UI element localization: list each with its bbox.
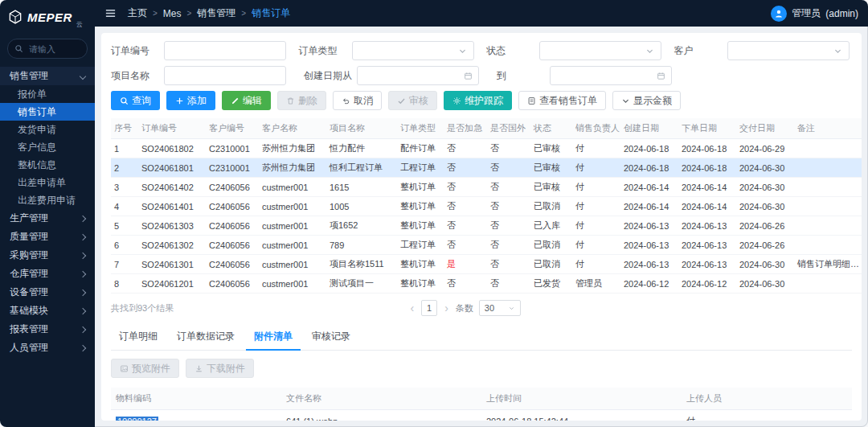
chevron-down-icon [833, 47, 842, 55]
tab[interactable]: 附件清单 [246, 324, 301, 351]
sidebar-item[interactable]: 出差费用申请 [0, 191, 95, 209]
table-cell: C2406056 [206, 274, 259, 294]
chevron-down-icon [621, 96, 630, 105]
edit-button[interactable]: 编辑 [222, 91, 271, 110]
table-cell: 苏州恒力集团 [259, 139, 326, 158]
add-button[interactable]: 添加 [166, 91, 215, 110]
filter-select[interactable] [727, 41, 850, 60]
sidebar-group[interactable]: 生产管理 [0, 209, 95, 228]
table-cell: 否 [444, 274, 487, 294]
button-label: 取消 [354, 94, 373, 108]
table-row[interactable]: 5SO24061303C2406056custmer001项1652整机订单否否… [111, 216, 862, 236]
tab[interactable]: 订单明细 [111, 324, 166, 350]
filter-select[interactable] [352, 41, 474, 60]
pagination-bar: 共找到93个结果 ‹ 1 › 条数 30 [111, 300, 852, 316]
sidebar-group[interactable]: 质量管理 [0, 228, 95, 246]
filter-date[interactable] [357, 66, 479, 85]
page-size-value: 30 [485, 303, 494, 313]
filter-label: 订单类型 [299, 44, 352, 58]
attachment-row[interactable]: 10000127641 (1).webp2024-06-18 15:42:44付 [111, 410, 852, 421]
sidebar-group[interactable]: 人员管理 [0, 339, 95, 357]
table-cell: custmer001 [259, 178, 326, 197]
sidebar-group[interactable]: 报表管理 [0, 320, 95, 339]
sidebar-search[interactable] [7, 39, 88, 59]
table-row[interactable]: 8SO24061201C2406056custmer001测试项目一整机订单否否… [111, 274, 862, 294]
button-label: 维护跟踪 [465, 94, 503, 108]
table-cell [794, 236, 862, 255]
prev-page-button[interactable]: ‹ [408, 302, 416, 314]
current-page[interactable]: 1 [421, 300, 437, 316]
table-cell [794, 197, 862, 216]
breadcrumb-item[interactable]: Mes [163, 8, 182, 19]
table-cell: 2024-06-12 [678, 274, 736, 294]
chevron-down-icon [645, 47, 654, 55]
sidebar-item[interactable]: 出差申请单 [0, 174, 95, 191]
table-cell: 是 [444, 255, 487, 274]
table-cell: 否 [487, 216, 530, 236]
table-row[interactable]: 4SO24061401C2406056custmer0011005整机订单否否已… [111, 197, 862, 216]
sidebar-item[interactable]: 报价单 [0, 85, 95, 103]
sidebar-item[interactable]: 发货申请 [0, 121, 95, 138]
table-row[interactable]: 1SO24061802C2310001苏州恒力集团恒力配件配件订单否否已审核付2… [111, 139, 862, 158]
breadcrumb-item[interactable]: 销售管理 [197, 6, 235, 20]
show-amount-button[interactable]: 显示金额 [612, 91, 681, 110]
filter-date[interactable] [550, 66, 672, 85]
query-button[interactable]: 查询 [111, 91, 160, 110]
sidebar-group[interactable]: 采购管理 [0, 246, 95, 265]
breadcrumb-item[interactable]: 主页 [128, 6, 147, 20]
column-header: 订单类型 [397, 118, 444, 139]
sidebar-group[interactable]: 销售管理 [0, 67, 95, 85]
table-cell: 否 [487, 236, 530, 255]
table-row[interactable]: 7SO24061301C2406056custmer001项目名称1511整机订… [111, 255, 862, 274]
table-row[interactable]: 3SO24061402C2406056custmer0011615整机订单否否已… [111, 178, 862, 197]
topbar: 主页>Mes>销售管理>销售订单 管理员 (admin) [95, 0, 868, 27]
page-size-select[interactable]: 30 [479, 300, 521, 316]
table-cell: 1 [111, 139, 138, 158]
table-row[interactable]: 6SO24061302C2406056custmer001789工程订单否否已取… [111, 236, 862, 255]
cancel-button[interactable]: 取消 [333, 91, 382, 110]
button-label: 显示金额 [633, 94, 672, 108]
sidebar: MEPER 云 销售管理报价单销售订单发货申请客户信息整机信息出差申请单出差费用… [0, 0, 95, 427]
filter-input[interactable] [164, 66, 286, 85]
table-cell: 2024-06-13 [620, 216, 678, 236]
filter-field: 创建日期从 [304, 66, 487, 85]
table-row[interactable]: 2SO24061801C2310001苏州恒力集团恒利工程订单工程订单否否已审核… [111, 158, 862, 178]
tab[interactable]: 审核记录 [304, 324, 358, 350]
table-cell: 付 [572, 158, 620, 178]
table-cell: SO24061801 [138, 158, 206, 178]
sidebar-item[interactable]: 整机信息 [0, 156, 95, 174]
sidebar-group[interactable]: 仓库管理 [0, 265, 95, 283]
orders-header-row: 序号订单编号客户编号客户名称项目名称订单类型是否加急是否国外状态销售负责人创建日… [111, 118, 862, 139]
main-area: 主页>Mes>销售管理>销售订单 管理员 (admin) 订单编号订单类型状态客… [95, 0, 868, 427]
filter-select[interactable] [539, 41, 661, 60]
column-header: 客户名称 [259, 118, 326, 139]
view-sales-order-button[interactable]: 查看销售订单 [518, 91, 606, 110]
table-cell: 恒利工程订单 [326, 158, 397, 178]
table-cell: 否 [487, 158, 530, 178]
filter-row-1: 订单编号订单类型状态客户 [111, 41, 852, 60]
doc-icon [527, 96, 536, 105]
table-cell: 付 [572, 178, 620, 197]
tab[interactable]: 订单数据记录 [169, 324, 243, 350]
sidebar-group[interactable]: 基础模块 [0, 302, 95, 320]
maintain-tracking-button[interactable]: 维护跟踪 [444, 91, 512, 110]
filter-date-input[interactable] [556, 69, 653, 82]
button-label: 编辑 [243, 94, 262, 108]
table-cell: SO24061201 [138, 274, 206, 294]
filter-label: 订单编号 [111, 44, 164, 58]
column-header: 项目名称 [326, 118, 397, 139]
sidebar-group[interactable]: 设备管理 [0, 283, 95, 302]
next-page-button[interactable]: › [443, 302, 450, 314]
sidebar-search-input[interactable] [27, 43, 79, 55]
user-menu[interactable]: 管理员 (admin) [771, 6, 858, 22]
collapse-menu-icon[interactable] [104, 7, 117, 19]
table-cell: 整机订单 [397, 197, 444, 216]
table-cell: 否 [444, 158, 487, 178]
filter-input[interactable] [164, 41, 286, 60]
sidebar-item[interactable]: 客户信息 [0, 138, 95, 156]
table-cell: 已发货 [530, 274, 572, 294]
breadcrumb-item[interactable]: 销售订单 [252, 6, 290, 20]
filter-date-input[interactable] [363, 69, 461, 82]
sidebar-item[interactable]: 销售订单 [0, 103, 95, 121]
column-header: 文件名称 [281, 388, 481, 410]
